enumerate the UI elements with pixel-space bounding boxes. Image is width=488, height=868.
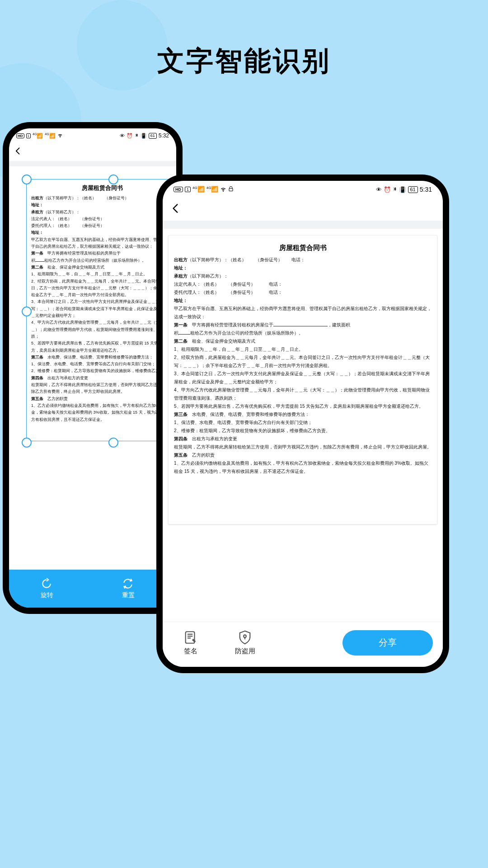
rotate-button[interactable]: 旋转 (9, 570, 95, 608)
status-time: 5:32 (159, 132, 169, 139)
document-result[interactable]: 房屋租赁合同书 出租方（以下简称甲方）：（姓名） （身份证号） 电话： 地址： … (168, 235, 437, 524)
result-area: 房屋租赁合同书 出租方（以下简称甲方）：（姓名） （身份证号） 电话： 地址： … (163, 229, 443, 622)
divider (9, 161, 176, 166)
signal-4g-1-icon: 4G📶 (33, 132, 43, 139)
protect-label: 防盗用 (235, 647, 255, 656)
back-button[interactable] (170, 203, 182, 214)
shield-icon (237, 630, 253, 645)
reset-icon (122, 578, 134, 590)
signal-4g-2-icon: 4G📶 (206, 186, 219, 193)
vibrate-icon: 📳 (399, 186, 406, 193)
document-preview: 房屋租赁合同书 出租方（以下简称甲方）：（姓名） （身份证号） 地址： 承租方（… (26, 179, 176, 441)
rotate-icon (41, 578, 52, 590)
protect-button[interactable]: 防盗用 (227, 630, 263, 656)
bottom-toolbar: 签名 防盗用 分享 (163, 622, 443, 667)
sim-icon: 1 (26, 133, 31, 138)
doc-title: 房屋租赁合同书 (31, 184, 173, 192)
lock-icon (228, 186, 234, 193)
battery-icon: 61 (149, 133, 157, 139)
crop-handle-bm[interactable] (108, 438, 118, 448)
signal-4g-1-icon: 4G📶 (192, 186, 205, 193)
vibrate-icon: 📳 (141, 133, 147, 139)
battery-icon: 61 (408, 186, 418, 193)
hd-icon: HD (16, 133, 24, 138)
sign-icon (183, 630, 198, 645)
back-button[interactable] (14, 146, 23, 156)
eye-icon: 👁 (120, 133, 125, 138)
wifi-icon (57, 132, 63, 139)
wifi-icon (220, 186, 226, 193)
eye-icon: 👁 (376, 186, 382, 193)
crop-handle-tm[interactable] (108, 175, 118, 184)
alarm-icon: ⏰ (127, 133, 133, 139)
divider (163, 221, 443, 229)
share-label: 分享 (379, 637, 397, 649)
alarm-icon: ⏰ (384, 186, 391, 193)
status-bar: HD 1 4G📶 4G📶 👁 ⏰ 📳 61 5:31 (163, 181, 443, 196)
doc-title: 房屋租赁合同书 (174, 244, 432, 252)
bottom-toolbar: 旋转 重置 (9, 570, 176, 608)
crop-handle-bl[interactable] (22, 438, 32, 448)
topbar (163, 196, 443, 221)
bluetooth-icon (393, 186, 397, 193)
svg-rect-0 (186, 632, 195, 643)
rotate-label: 旋转 (41, 591, 53, 599)
bluetooth-icon (135, 132, 139, 139)
status-bar: HD 1 4G📶 4G📶 👁 ⏰ 📳 61 5:32 (9, 128, 176, 141)
sign-label: 签名 (184, 647, 197, 656)
topbar (9, 141, 176, 161)
signal-4g-2-icon: 4G📶 (45, 132, 55, 139)
phone-right: HD 1 4G📶 4G📶 👁 ⏰ 📳 61 5:31 (163, 181, 443, 667)
phone-left: HD 1 4G📶 4G📶 👁 ⏰ 📳 61 5:32 房屋租赁合同书 出租 (9, 128, 176, 608)
crop-handle-ml[interactable] (22, 307, 32, 316)
sign-button[interactable]: 签名 (173, 630, 209, 656)
crop-handle-tl[interactable] (22, 175, 32, 184)
share-button[interactable]: 分享 (343, 630, 433, 656)
reset-label: 重置 (122, 591, 135, 599)
crop-area[interactable]: 房屋租赁合同书 出租方（以下简称甲方）：（姓名） （身份证号） 地址： 承租方（… (9, 166, 176, 570)
hd-icon: HD (174, 187, 183, 192)
sim-icon: 1 (185, 187, 191, 192)
page-title: 文字智能识别 (0, 43, 488, 80)
status-time: 5:31 (420, 186, 432, 193)
svg-point-1 (244, 635, 246, 637)
